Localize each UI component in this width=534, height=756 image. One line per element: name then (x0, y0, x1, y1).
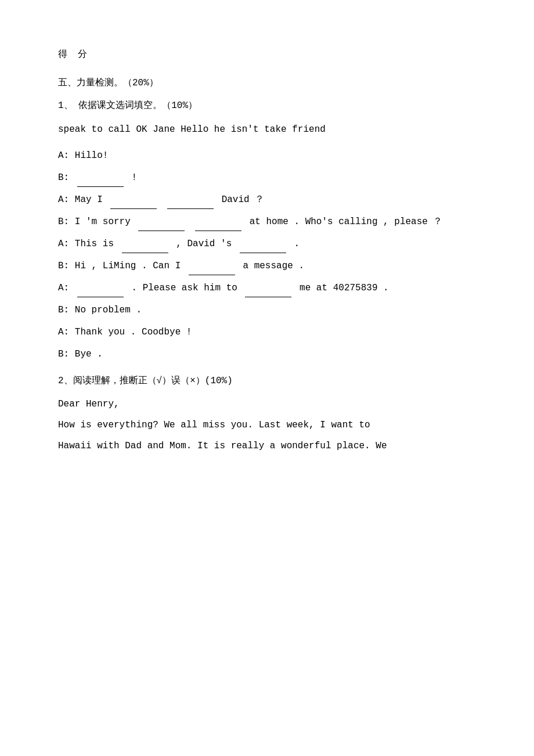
section-five-title: 五、力量检测。（20%） (58, 75, 476, 92)
dialog-line-9: A: Thank you . Coodbye ! (58, 323, 476, 341)
reading-para1-line1: How is everything? We all miss you. Last… (58, 416, 476, 434)
dialog-line-2: B: ! (58, 168, 476, 187)
reading-greeting: Dear Henry, (58, 395, 476, 413)
text-a4-mid: . Please ask him to (131, 283, 243, 293)
reading-para1-line2: Hawaii with Dad and Mom. It is really a … (58, 437, 476, 455)
dialog-line-5: A: This is , David 's . (58, 235, 476, 253)
speaker-a4: A: (58, 283, 75, 293)
dialog-line-1: A: Hillo! (58, 146, 476, 165)
dialog-line-10: B: Bye . (58, 345, 476, 363)
dialog-line-6: B: Hi , LiMing . Can I a message . (58, 257, 476, 275)
score-section: 得 分 (58, 46, 476, 63)
speaker-b2: B: I 'm sorry (58, 217, 136, 227)
blank-a4-2 (245, 297, 291, 297)
blank-a3-1 (122, 253, 168, 253)
dialog-line-7: A: . Please ask him to me at 40275839 . (58, 279, 476, 297)
speaker-b3: B: Hi , LiMing . Can I (58, 261, 186, 271)
section-five: 五、力量检测。（20%） 1、 依据课文选词填空。（10%） speak to … (58, 75, 476, 456)
blank-b2-2 (195, 231, 241, 231)
blank-b1 (77, 186, 124, 187)
blank-b2-1 (138, 231, 185, 231)
speaker-a3: A: This is (58, 239, 120, 249)
exclaim-b1: ! (131, 172, 137, 183)
speaker-b4: B: No problem . (58, 305, 142, 315)
dialog-line-4: B: I 'm sorry at home . Who's calling , … (58, 213, 476, 231)
subsection-two: 2、阅读理解，推断正（√）误（×）(10%) Dear Henry, How i… (58, 373, 476, 456)
blank-a2-2 (167, 208, 214, 209)
subsection-one: 1、 依据课文选词填空。（10%） speak to call OK Jane … (58, 98, 476, 363)
text-b2: at home . Who's calling , please ？ (250, 217, 443, 227)
text-a3-mid: , David 's (176, 239, 237, 249)
word-bank: speak to call OK Jane Hello he isn't tak… (58, 120, 476, 140)
blank-a3-2 (240, 253, 286, 253)
speaker-a1: A: Hillo! (58, 150, 108, 161)
dialog-line-8: B: No problem . (58, 301, 476, 319)
dialog-line-3: A: May I David ？ (58, 190, 476, 209)
text-a2: David ？ (222, 195, 265, 205)
blank-a4-1 (77, 297, 124, 297)
speaker-a5: A: Thank you . Coodbye ! (58, 327, 192, 337)
speaker-b1: B: (58, 172, 75, 183)
word-bank-text: speak to call OK Jane Hello he isn't tak… (58, 124, 326, 135)
subsection1-title: 1、 依据课文选词填空。（10%） (58, 98, 476, 114)
speaker-b5: B: Bye . (58, 349, 103, 359)
text-a4-end: me at 40275839 . (300, 283, 389, 293)
speaker-a2: A: May I (58, 195, 108, 205)
subsection2-title: 2、阅读理解，推断正（√）误（×）(10%) (58, 373, 476, 390)
text-b3: a message . (243, 261, 304, 271)
blank-a2-1 (110, 208, 157, 209)
blank-b3 (189, 275, 235, 275)
score-label: 得 分 (58, 46, 476, 63)
text-a3-end: . (294, 239, 300, 249)
